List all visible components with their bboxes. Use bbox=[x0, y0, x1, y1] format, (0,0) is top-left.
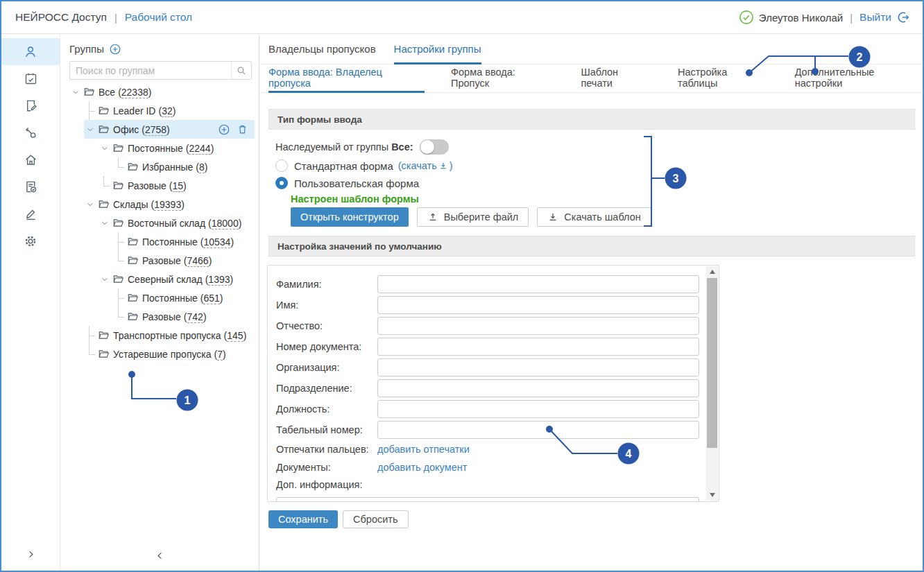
sidebar-item-settings[interactable] bbox=[1, 227, 60, 254]
field-label: Отпечатки пальцев: bbox=[276, 444, 377, 455]
sidebar-item-calendar[interactable] bbox=[1, 65, 60, 92]
chevron-down-icon[interactable] bbox=[71, 88, 80, 96]
group-count: (7) bbox=[214, 349, 226, 360]
scroll-down-button[interactable] bbox=[706, 489, 718, 501]
field-label: Организация: bbox=[276, 362, 377, 373]
tree-item-3[interactable]: Постоянные(2244) bbox=[99, 139, 259, 157]
sidebar-item-signature[interactable] bbox=[1, 200, 60, 227]
default-field-row: Организация: bbox=[268, 357, 719, 378]
tree-item-9[interactable]: Разовые(7466) bbox=[113, 251, 259, 270]
tree-item-7[interactable]: Восточный склад(18000) bbox=[99, 214, 259, 232]
subtab-3[interactable]: Настройка таблицы bbox=[678, 64, 769, 93]
tree-connector bbox=[85, 101, 95, 120]
groups-tree: Все(22338)Leader ID(32)Офис(2758)Постоян… bbox=[61, 83, 259, 363]
subtab-0[interactable]: Форма ввода: Владелец пропуска bbox=[268, 64, 425, 93]
group-label: Склады bbox=[113, 199, 148, 210]
folder-open-icon bbox=[127, 311, 139, 322]
group-count: (2758) bbox=[142, 124, 170, 135]
tree-connector bbox=[114, 157, 124, 176]
group-search bbox=[69, 61, 252, 80]
tree-item-11[interactable]: Постоянные(651) bbox=[113, 288, 259, 307]
tree-item-12[interactable]: Разовые(742) bbox=[113, 307, 259, 326]
folder-open-icon bbox=[98, 105, 110, 116]
chevron-down-icon[interactable] bbox=[101, 219, 109, 227]
scroll-up-button[interactable] bbox=[706, 266, 718, 277]
inherit-row: Наследуемый от группы Все: bbox=[275, 139, 923, 155]
inherit-toggle[interactable] bbox=[420, 139, 449, 155]
download-standard-link[interactable]: (скачать) bbox=[398, 160, 453, 171]
default-field-input-5[interactable] bbox=[377, 379, 699, 397]
delete-group-icon[interactable] bbox=[237, 123, 248, 135]
tree-item-0[interactable]: Все(22338) bbox=[69, 83, 259, 101]
group-search-input[interactable] bbox=[70, 62, 231, 79]
workspace-link[interactable]: Рабочий стол bbox=[125, 11, 192, 24]
tree-item-1[interactable]: Leader ID(32) bbox=[84, 101, 259, 120]
form-scrollbar[interactable] bbox=[706, 266, 718, 501]
add-group-icon[interactable] bbox=[109, 43, 121, 55]
add-document-link[interactable]: добавить документ bbox=[377, 462, 467, 473]
default-field-row: Подразделение: bbox=[268, 378, 719, 399]
tree-item-2[interactable]: Офис(2758) bbox=[84, 120, 255, 139]
folder-open-icon bbox=[98, 348, 110, 360]
sidebar-expand-button[interactable] bbox=[1, 549, 60, 562]
tree-item-14[interactable]: Устаревшие пропуска(7) bbox=[84, 345, 259, 363]
add-subgroup-icon[interactable] bbox=[218, 123, 230, 136]
subtab-4[interactable]: Дополнительные настройки bbox=[795, 64, 923, 93]
document-edit-icon bbox=[24, 98, 38, 113]
logout-link[interactable]: Выйти bbox=[859, 11, 891, 24]
sidebar-item-key[interactable] bbox=[1, 119, 60, 146]
sidebar-item-user[interactable] bbox=[1, 38, 60, 65]
reset-button[interactable]: Сбросить bbox=[343, 510, 408, 528]
scrollbar-thumb[interactable] bbox=[707, 278, 717, 448]
standard-form-option[interactable]: Стандартная форма (скачать) bbox=[275, 158, 923, 173]
default-field-input-2[interactable] bbox=[377, 317, 699, 335]
status-check-icon bbox=[739, 10, 754, 25]
chevron-down-icon[interactable] bbox=[86, 125, 94, 134]
open-constructor-button[interactable]: Открыть конструктор bbox=[291, 207, 409, 227]
group-label: Разовые bbox=[128, 180, 166, 191]
chevron-down-icon[interactable] bbox=[101, 275, 109, 284]
tab-0[interactable]: Владельцы пропусков bbox=[268, 35, 376, 64]
panel-collapse-button[interactable] bbox=[61, 551, 259, 564]
defaults-fields: Фамилия:Имя:Отчество:Номер документа:Орг… bbox=[268, 274, 719, 502]
chevron-down-icon[interactable] bbox=[101, 144, 109, 153]
custom-form-option[interactable]: Пользовательская форма bbox=[275, 175, 923, 191]
add-fingerprints-link[interactable]: добавить отпечатки bbox=[377, 444, 470, 455]
default-field-input-7[interactable] bbox=[377, 421, 699, 439]
form-type-section-title: Тип формы ввода bbox=[277, 114, 362, 125]
sidebar-item-document-edit[interactable] bbox=[1, 92, 60, 119]
subtab-1[interactable]: Форма ввода: Пропуск bbox=[451, 64, 554, 93]
toggle-knob bbox=[420, 140, 434, 154]
sidebar-item-home[interactable] bbox=[1, 146, 60, 173]
default-field-input-6[interactable] bbox=[377, 400, 699, 418]
group-count: (32) bbox=[158, 105, 176, 116]
tree-connector bbox=[114, 251, 124, 270]
download-icon bbox=[438, 161, 448, 171]
group-count: (22338) bbox=[118, 87, 151, 98]
default-field-input-1[interactable] bbox=[377, 296, 699, 314]
save-button[interactable]: Сохранить bbox=[268, 510, 338, 528]
radio-unchecked-icon[interactable] bbox=[275, 159, 288, 172]
tree-item-5[interactable]: Разовые(15) bbox=[99, 176, 259, 195]
search-icon[interactable] bbox=[231, 62, 251, 79]
tree-item-8[interactable]: Постоянные(10534) bbox=[113, 232, 259, 251]
download-template-button[interactable]: Скачать шаблон bbox=[537, 207, 651, 227]
subtab-2[interactable]: Шаблон печати bbox=[581, 64, 651, 93]
chevron-down-icon[interactable] bbox=[86, 200, 94, 209]
folder-open-icon bbox=[98, 123, 110, 135]
default-field-input-3[interactable] bbox=[377, 338, 699, 356]
chevron-left-icon bbox=[155, 551, 165, 564]
choose-file-button[interactable]: Выберите файл bbox=[417, 207, 529, 227]
tab-1[interactable]: Настройки группы bbox=[394, 35, 481, 64]
tree-item-4[interactable]: Избранные(8) bbox=[113, 157, 259, 176]
default-field-input-0[interactable] bbox=[377, 275, 699, 293]
tree-item-13[interactable]: Транспортные пропуска(145) bbox=[84, 326, 259, 345]
tree-item-6[interactable]: Склады(19393) bbox=[84, 195, 259, 214]
default-field-input-4[interactable] bbox=[377, 358, 699, 376]
tree-item-10[interactable]: Северный склад(1393) bbox=[99, 270, 259, 288]
group-label: Постоянные bbox=[128, 143, 183, 154]
sidebar-item-document-check[interactable] bbox=[1, 173, 60, 200]
radio-checked-icon[interactable] bbox=[275, 177, 288, 189]
default-field-input-10[interactable] bbox=[276, 497, 699, 502]
logout-icon[interactable] bbox=[896, 10, 910, 24]
